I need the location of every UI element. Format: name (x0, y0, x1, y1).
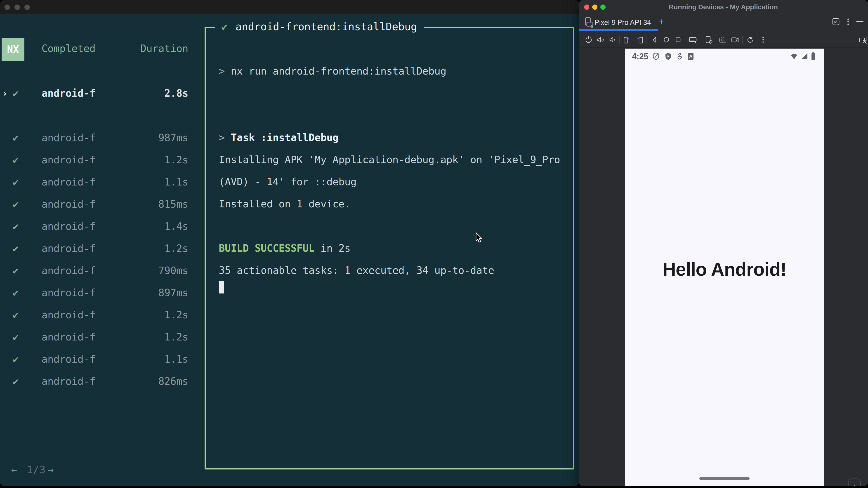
task-duration: 2.8s (164, 88, 188, 99)
device-settings-icon[interactable] (704, 35, 713, 44)
task-name: android-f (41, 265, 95, 276)
task-duration: 1.2s (164, 155, 188, 165)
check-icon: ✔ (13, 177, 19, 188)
home-icon[interactable] (662, 35, 671, 44)
status-time: 4:25 (632, 52, 648, 61)
device-display-area: 4:25 A Hello Android! + − 1:1 (579, 48, 868, 486)
task-row[interactable]: ✔ android-f 1.2s (0, 332, 194, 343)
power-icon[interactable] (584, 35, 593, 44)
task-output-title: ✔android-frontend:installDebug (215, 20, 424, 33)
check-icon: ✔ (13, 155, 19, 165)
terminal-titlebar[interactable] (0, 0, 579, 14)
tab-pixel-9-pro[interactable]: Pixel 9 Pro API 34 × (579, 14, 658, 31)
terminal-line-task: > Task :installDebug (219, 132, 339, 143)
gesture-navigation-bar[interactable] (700, 477, 749, 480)
check-icon: ✔ (13, 332, 19, 343)
volume-down-icon[interactable] (608, 35, 617, 44)
svg-text:A: A (689, 54, 692, 59)
window-title: Running Devices - My Application (579, 0, 868, 14)
terminal-line-command: > nx run android-frontend:installDebug (219, 65, 446, 77)
play-protect-icon (664, 52, 672, 60)
rotate-right-icon[interactable] (636, 35, 645, 44)
nx-logo: NX (2, 38, 24, 61)
task-row[interactable]: ✔ android-f 1.2s (0, 243, 194, 254)
task-row[interactable]: ✔ android-f 987ms (0, 132, 194, 143)
terminal-line-install-2: (AVD) - 14' for ::debug (219, 176, 356, 188)
running-devices-window: Running Devices - My Application Pixel 9… (579, 0, 868, 486)
maximize-window-icon[interactable] (24, 4, 30, 10)
terminal-line-install-1: Installing APK 'My Application-debug.apk… (219, 154, 560, 166)
task-duration: 1.1s (164, 177, 188, 188)
volume-up-icon[interactable] (596, 35, 605, 44)
task-row[interactable]: ✔ android-f 826ms (0, 376, 194, 387)
task-row[interactable]: ✔ android-f 1.1s (0, 177, 194, 188)
wifi-icon (790, 53, 798, 60)
check-icon: ✔ (13, 243, 19, 254)
task-duration: 1.1s (164, 354, 188, 365)
task-row-selected[interactable]: › ✔ android-f 2.8s (0, 88, 194, 99)
task-row[interactable]: ✔ android-f 897ms (0, 287, 194, 298)
page-indicator: 1/3 (27, 464, 45, 475)
toolbar-more-options-icon[interactable] (758, 35, 768, 44)
tab-close-icon[interactable]: × (647, 18, 651, 26)
task-row[interactable]: ✔ android-f 815ms (0, 199, 194, 210)
column-header-completed: Completed (41, 43, 95, 54)
task-row[interactable]: ✔ android-f 1.1s (0, 354, 194, 365)
page-next-button[interactable]: → (48, 464, 54, 475)
task-duration: 790ms (158, 265, 188, 276)
screen-record-icon[interactable] (731, 35, 740, 44)
task-duration: 897ms (158, 287, 188, 298)
keyboard-icon[interactable] (688, 35, 698, 44)
emulator-screen[interactable]: 4:25 A Hello Android! (625, 48, 824, 486)
check-icon: ✔ (13, 221, 19, 232)
prompt-chevron: > (219, 65, 231, 77)
task-row[interactable]: ✔ android-f 1.2s (0, 310, 194, 320)
zoom-controls: + − 1:1 (848, 479, 861, 486)
check-icon: ✔ (13, 199, 19, 210)
task-output-title-label: android-frontend:installDebug (236, 21, 417, 33)
check-icon: ✔ (13, 287, 19, 298)
command-text: nx run android-frontend:installDebug (231, 65, 446, 77)
check-icon: ✔ (13, 310, 19, 320)
shield-icon (652, 52, 659, 60)
device-tabbar: Pixel 9 Pro API 34 × + (579, 14, 868, 31)
prompt-chevron: > (219, 132, 231, 143)
new-tab-button[interactable]: + (659, 16, 665, 28)
zoom-in-button[interactable]: + (848, 482, 860, 486)
task-name: android-f (41, 199, 95, 210)
more-options-icon[interactable] (844, 17, 852, 26)
column-header-duration: Duration (141, 43, 188, 54)
android-statusbar: 4:25 A (625, 48, 824, 64)
task-name: android-f (41, 88, 95, 99)
back-icon[interactable] (650, 35, 659, 44)
tab-label: Pixel 9 Pro API 34 (594, 19, 651, 27)
camera-icon[interactable] (718, 35, 727, 44)
page-prev-button[interactable]: ← (11, 464, 18, 475)
rotate-left-icon[interactable] (622, 35, 631, 44)
task-row[interactable]: ✔ android-f 1.2s (0, 155, 194, 165)
task-row[interactable]: ✔ android-f 790ms (0, 265, 194, 276)
overview-icon[interactable] (674, 35, 683, 44)
selected-arrow-icon: › (2, 88, 8, 99)
task-row[interactable]: ✔ android-f 1.4s (0, 221, 194, 232)
pagination: ← 1/3 → (0, 464, 68, 475)
task-name: android-f (41, 310, 95, 320)
terminal-line-install-3: Installed on 1 device. (219, 198, 350, 210)
studio-titlebar[interactable]: Running Devices - My Application (579, 0, 868, 14)
terminal-line-build-result: BUILD SUCCESSFUL in 2s (219, 242, 350, 254)
build-time: in 2s (315, 242, 350, 254)
battery-icon (811, 52, 815, 60)
restart-icon[interactable] (745, 35, 754, 44)
task-name: android-f (41, 132, 95, 143)
dock-panel-icon[interactable] (831, 17, 840, 26)
check-icon: ✔ (13, 354, 19, 365)
screen-search-icon[interactable] (859, 35, 868, 44)
terminal-window: NX Completed Duration › ✔ android-f 2.8s… (0, 0, 579, 486)
task-duration: 826ms (158, 376, 188, 387)
minimize-window-icon[interactable] (14, 4, 20, 10)
close-window-icon[interactable] (4, 4, 10, 10)
task-duration: 1.2s (164, 310, 188, 320)
check-icon: ✔ (13, 132, 19, 143)
hide-panel-icon[interactable] (855, 17, 865, 26)
profile-icon (677, 52, 683, 60)
